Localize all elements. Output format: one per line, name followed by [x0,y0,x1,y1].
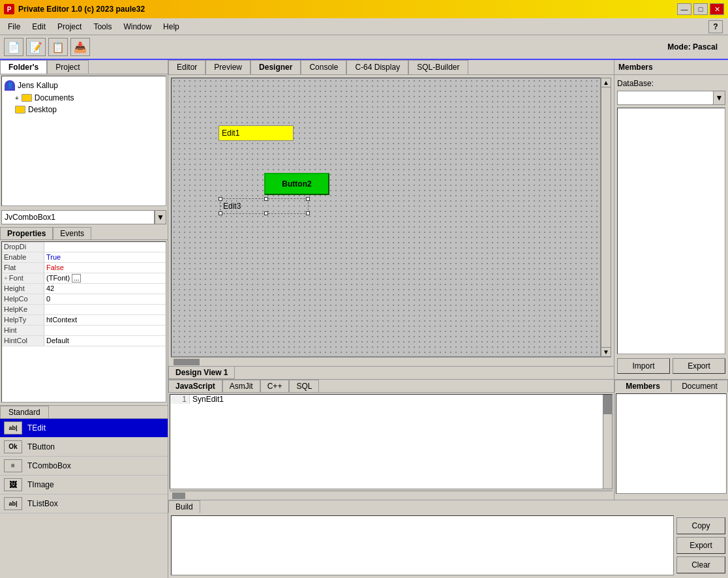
tree-user[interactable]: 👤 Jens Kallup [5,79,163,92]
menu-tools[interactable]: Tools [88,21,117,33]
tab-build[interactable]: Build [168,500,200,513]
clear-button[interactable]: Clear [676,556,725,573]
scroll-up-button[interactable]: ▲ [601,78,611,87]
menu-project[interactable]: Project [52,21,87,33]
prop-font: +Font (TFont) ... [2,273,166,284]
title-bar-left: P Private Editor 1.0 (c) 2023 paule32 [4,4,145,14]
lower-right: Members Document [614,380,728,500]
toolbar-import-button[interactable]: 📥 [70,38,90,56]
handle-tr [306,197,310,201]
component-timage[interactable]: 🖼 TImage [0,476,168,494]
standard-tabs: Standard [0,405,168,419]
tab-c64[interactable]: C-64 Display [346,60,408,74]
db-combo[interactable]: ▼ [617,91,725,105]
component-tlistbox[interactable]: ab| TListBox [0,494,168,513]
tree-desktop-label: Desktop [28,105,57,114]
scroll-track [601,87,611,347]
help-button[interactable]: ? [708,20,723,33]
user-icon: 👤 [5,80,15,91]
properties-area: DropDi Enable True Flat False +Font (TFo… [1,241,166,403]
timage-icon: 🖼 [4,478,22,491]
lower-section: JavaScript AsmJit C++ SQL 1 SynEdit1 [168,379,728,500]
code-area: 1 SynEdit1 [170,394,613,489]
db-label: DataBase: [617,78,725,89]
db-combo-field [618,91,713,104]
designer-scrollbar-h[interactable] [171,357,611,366]
tree-desktop[interactable]: Desktop [5,104,163,115]
code-scrollbar-v[interactable] [603,395,612,489]
close-button[interactable]: ✕ [710,3,724,15]
scroll-down-button[interactable]: ▼ [601,347,611,356]
tab-sql-builder[interactable]: SQL-Builder [408,60,468,74]
designer-canvas[interactable]: Edit1 Button2 [171,78,601,357]
tab-cpp[interactable]: C++ [260,380,290,392]
expand-icon: + [15,95,19,102]
members-panel: DataBase: ▼ Import Export [614,75,728,379]
tree-documents-label: Documents [35,93,74,102]
tab-javascript[interactable]: JavaScript [168,380,222,392]
tree-documents[interactable]: + Documents [5,92,163,104]
folder-icon-desktop [15,106,25,114]
copy-button[interactable]: Copy [676,517,725,534]
tab-preview[interactable]: Preview [205,60,250,74]
menu-help[interactable]: Help [158,21,185,33]
designer-with-scroll: Edit1 Button2 [171,78,611,357]
top-tabs-row: Editor Preview Designer Console C-64 Dis… [168,60,728,75]
minimize-button[interactable]: — [677,3,691,15]
tab-editor[interactable]: Editor [168,60,205,74]
design-edit1[interactable]: Edit1 [219,125,294,141]
menu-file[interactable]: File [3,21,25,33]
line-content-1: SynEdit1 [190,395,226,404]
component-combo[interactable]: JvComboBox1 [1,210,155,224]
db-combo-arrow[interactable]: ▼ [713,91,725,104]
code-scroll-thumb [603,395,613,414]
tab-asmjit[interactable]: AsmJit [222,380,260,392]
tab-members-lower[interactable]: Members [614,380,671,392]
tab-console[interactable]: Console [301,60,346,74]
tab-document[interactable]: Document [671,380,728,392]
menu-edit[interactable]: Edit [27,21,51,33]
maximize-button[interactable]: □ [693,3,708,15]
tab-properties[interactable]: Properties [0,227,53,239]
combo-row: JvComboBox1 ▼ [1,210,166,224]
design-view-tabs: Design View 1 [168,366,614,379]
designer-scrollbar-v[interactable]: ▲ ▼ [601,78,611,357]
title-buttons: — □ ✕ [677,3,724,15]
tlistbox-icon: ab| [4,497,22,510]
title-text: Private Editor 1.0 (c) 2023 paule32 [18,5,145,14]
design-button2[interactable]: Button2 [264,173,329,195]
toolbar-new-button[interactable]: 📄 [4,38,23,56]
tab-designer[interactable]: Designer [250,60,301,74]
combo-arrow[interactable]: ▼ [155,210,166,224]
prop-helpke: HelpKe [2,305,166,315]
app-icon: P [4,4,14,14]
right-area: Editor Preview Designer Console C-64 Dis… [168,60,728,578]
design-view-tab-1[interactable]: Design View 1 [168,367,235,379]
import-button[interactable]: Import [617,358,670,374]
toolbar: 📄 📝 📋 📥 Mode: Pascal [0,35,728,60]
tab-folders[interactable]: Folder's [0,60,47,74]
design-members-row: Edit1 Button2 [168,75,728,379]
build-panel: Build Copy Export Clear [168,500,728,578]
code-tabs: JavaScript AsmJit C++ SQL [168,380,614,393]
folder-icon-documents [22,94,32,102]
tab-events[interactable]: Events [53,227,91,239]
tab-project[interactable]: Project [47,60,88,74]
design-edit3[interactable]: Edit3 [220,198,309,214]
toolbar-edit-button[interactable]: 📝 [26,38,46,56]
tab-sql[interactable]: SQL [289,380,319,392]
build-export-button[interactable]: Export [676,537,725,554]
export-button[interactable]: Export [673,358,725,374]
component-tbutton[interactable]: Ok TButton [0,438,168,457]
scroll-thumb-h [174,359,200,365]
prop-helpco: HelpCo 0 [2,294,166,305]
menu-items: File Edit Project Tools Window Help [3,21,185,33]
tab-standard[interactable]: Standard [0,406,49,418]
menu-window[interactable]: Window [118,21,157,33]
code-scrollbar-h[interactable] [170,491,613,500]
toolbar-copy-button[interactable]: 📋 [48,38,68,56]
component-tedit[interactable]: ab| TEdit [0,419,168,438]
tlistbox-label: TListBox [27,499,58,508]
components-area: ab| TEdit Ok TButton ≡ TComboBox 🖼 TImag… [0,419,168,579]
component-tcombobox[interactable]: ≡ TComboBox [0,457,168,476]
